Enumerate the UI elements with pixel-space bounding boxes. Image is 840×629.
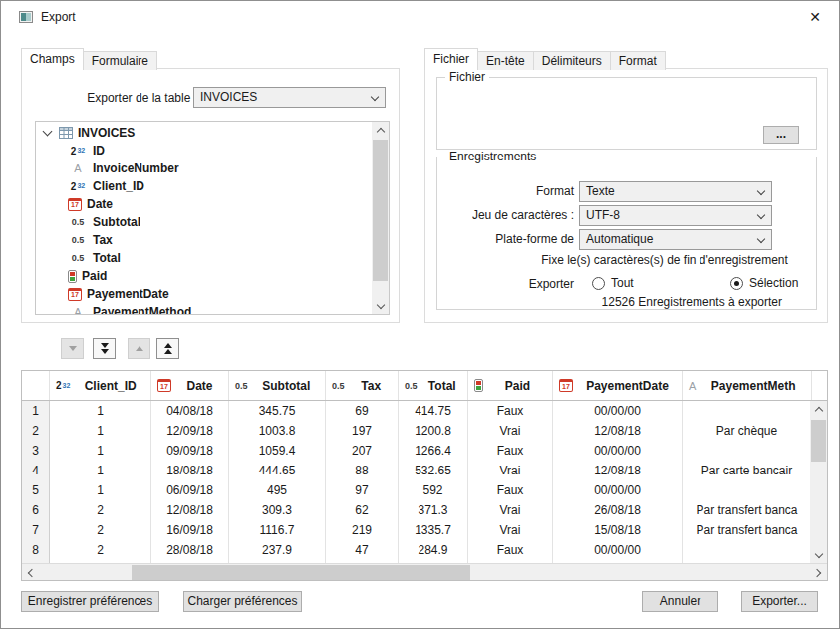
tree-field-label: Paid — [82, 269, 107, 283]
tab-format[interactable]: Format — [610, 51, 666, 70]
load-preferences-button[interactable]: Charger préférences — [183, 591, 302, 612]
table-row[interactable]: 2112/09/181003.81971200.8Vrai12/08/18Par… — [22, 421, 827, 441]
grid-vscroll-thumb[interactable] — [811, 420, 826, 462]
scroll-down-icon[interactable] — [810, 546, 827, 563]
table-cell: 207 — [326, 441, 399, 461]
close-icon[interactable]: ✕ — [805, 7, 825, 27]
table-cell: 1003.8 — [229, 421, 326, 441]
table-row[interactable]: 6212/08/18309.362371.3Vrai26/08/18Par tr… — [22, 500, 827, 520]
tree-field-InvoiceNumber[interactable]: AInvoiceNumber — [36, 159, 372, 177]
move-up-button[interactable] — [128, 338, 150, 359]
preview-grid: 232Client_ID17Date0.5Subtotal0.5Tax0.5To… — [21, 370, 828, 581]
move-down-button[interactable] — [61, 338, 84, 359]
grid-vertical-scrollbar[interactable] — [810, 401, 827, 563]
radio-selection[interactable]: Sélection — [730, 276, 798, 291]
table-cell: Par carte bancair — [683, 461, 812, 480]
table-cell: 1200.8 — [399, 421, 468, 441]
scroll-right-icon[interactable] — [810, 564, 827, 581]
table-select[interactable]: INVOICES — [193, 87, 386, 108]
browse-button[interactable]: ... — [763, 126, 799, 144]
grid-hscroll-thumb[interactable] — [132, 565, 470, 580]
table-row[interactable]: 8228/08/18237.947284.9Faux00/00/00 — [22, 540, 827, 560]
table-row[interactable]: 5106/09/1849597592Faux00/00/00 — [22, 480, 827, 500]
table-cell: 1 — [50, 421, 151, 441]
tab-champs[interactable]: Champs — [21, 48, 84, 70]
table-select-value: INVOICES — [200, 90, 257, 104]
tree-field-PayementMethod[interactable]: APayementMethod — [36, 303, 372, 314]
tree-field-ID[interactable]: 232ID — [36, 142, 372, 159]
save-preferences-button[interactable]: Enregistrer préférences — [21, 591, 159, 612]
radio-tout[interactable]: Tout — [592, 276, 634, 291]
platform-note: Fixe le(s) caractères(s) de fin d'enregi… — [533, 253, 796, 267]
table-cell: 2 — [50, 540, 151, 560]
column-header-Total[interactable]: 0.5Total — [399, 371, 468, 400]
tree-root-label: INVOICES — [78, 126, 135, 140]
charset-select[interactable]: UTF-8 — [579, 205, 772, 226]
scroll-up-icon[interactable] — [810, 401, 827, 418]
column-header-PayementDate[interactable]: 17PayementDate — [553, 371, 683, 400]
table-cell: 532.65 — [399, 461, 468, 480]
tree-field-Client_ID[interactable]: 232Client_ID — [36, 177, 372, 195]
scroll-up-icon[interactable] — [372, 122, 389, 139]
format-select[interactable]: Texte — [579, 181, 772, 202]
grid-horizontal-scrollbar[interactable] — [22, 563, 827, 580]
tree-field-Date[interactable]: 17Date — [36, 195, 372, 213]
chevron-down-icon — [757, 187, 765, 195]
tab-delimiteurs[interactable]: Délimiteurs — [533, 51, 611, 70]
table-row[interactable]: 4118/08/18444.6588532.65Vrai12/08/18Par … — [22, 461, 827, 480]
column-header-rownum[interactable] — [22, 371, 50, 400]
table-cell: 18/08/18 — [151, 461, 229, 480]
tree-scroll-thumb[interactable] — [373, 140, 388, 281]
column-header-Paid[interactable]: Paid — [468, 371, 553, 400]
table-icon — [59, 127, 73, 139]
tree-field-label: ID — [93, 144, 105, 157]
table-cell: 1059.4 — [229, 441, 326, 461]
tab-en-tete[interactable]: En-tête — [477, 51, 534, 70]
table-cell: 1335.7 — [399, 520, 468, 540]
table-cell: 309.3 — [229, 500, 326, 520]
tree-field-label: PayementMethod — [93, 305, 191, 314]
tree-field-Subtotal[interactable]: 0.5Subtotal — [36, 213, 372, 231]
tree-field-Paid[interactable]: Paid — [36, 267, 372, 285]
radio-checked-icon[interactable] — [730, 277, 743, 290]
table-cell: 1 — [50, 480, 151, 500]
table-cell: 495 — [229, 480, 326, 500]
column-header-Client_ID[interactable]: 232Client_ID — [50, 371, 151, 400]
radio-selection-label: Sélection — [749, 276, 798, 290]
real-icon: 0.5 — [68, 217, 88, 227]
platform-select[interactable]: Automatique — [579, 229, 772, 250]
real-icon: 0.5 — [235, 381, 248, 391]
tree-field-PayementDate[interactable]: 17PayementDate — [36, 285, 372, 303]
column-header-label: Total — [418, 379, 467, 393]
table-row[interactable]: 3109/09/181059.42071266.4Faux00/00/00 — [22, 441, 827, 461]
export-button[interactable]: Exporter... — [741, 591, 818, 612]
scroll-left-icon[interactable] — [22, 564, 39, 581]
tree-field-Total[interactable]: 0.5Total — [36, 249, 372, 267]
move-all-down-button[interactable] — [93, 338, 116, 359]
chevron-down-icon — [757, 235, 765, 243]
table-cell: 371.3 — [399, 500, 468, 520]
scroll-down-icon[interactable] — [372, 297, 389, 314]
cancel-button[interactable]: Annuler — [642, 591, 718, 612]
tree-field-Tax[interactable]: 0.5Tax — [36, 231, 372, 249]
tree-scrollbar[interactable] — [372, 122, 389, 314]
table-cell: 97 — [326, 480, 399, 500]
radio-icon[interactable] — [592, 277, 605, 290]
column-header-Tax[interactable]: 0.5Tax — [326, 371, 399, 400]
date-icon: 17 — [559, 379, 573, 392]
expander-icon[interactable] — [43, 127, 53, 137]
tab-formulaire[interactable]: Formulaire — [83, 51, 157, 70]
export-table-label: Exporter de la table : — [22, 91, 197, 105]
column-header-Date[interactable]: 17Date — [151, 371, 229, 400]
date-icon: 17 — [68, 288, 82, 301]
column-header-Subtotal[interactable]: 0.5Subtotal — [229, 371, 326, 400]
table-row[interactable]: 7216/09/181116.72191335.7Vrai15/08/18Par… — [22, 520, 827, 540]
alpha-icon: A — [68, 306, 88, 314]
move-all-up-button[interactable] — [156, 338, 179, 359]
row-number: 8 — [22, 540, 50, 560]
row-number: 3 — [22, 441, 50, 461]
tree-root-invoices[interactable]: INVOICES — [36, 124, 372, 142]
column-header-PayementMeth[interactable]: APayementMeth — [683, 371, 812, 400]
table-row[interactable]: 1104/08/18345.7569414.75Faux00/00/00 — [22, 401, 827, 421]
tab-fichier[interactable]: Fichier — [424, 48, 478, 70]
